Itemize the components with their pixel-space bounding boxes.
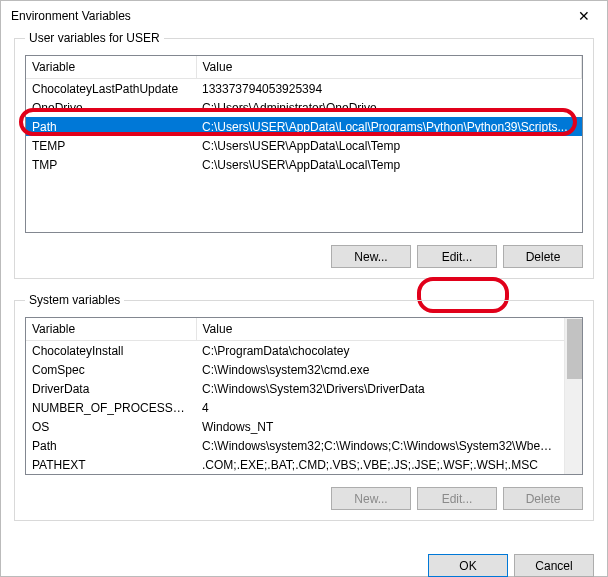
user-variables-table[interactable]: Variable Value ChocolateyLastPathUpdate … [25, 55, 583, 233]
table-row[interactable]: PATHEXT .COM;.EXE;.BAT;.CMD;.VBS;.VBE;.J… [26, 455, 565, 474]
table-row[interactable]: TEMP C:\Users\USER\AppData\Local\Temp [26, 136, 582, 155]
ok-button[interactable]: OK [428, 554, 508, 577]
table-row[interactable]: Path C:\Users\USER\AppData\Local\Program… [26, 117, 582, 136]
scrollbar[interactable] [564, 318, 582, 474]
column-header-variable[interactable]: Variable [26, 318, 196, 341]
table-row[interactable]: OneDrive C:\Users\Administrator\OneDrive [26, 98, 582, 117]
system-edit-button[interactable]: Edit... [417, 487, 497, 510]
system-delete-button[interactable]: Delete [503, 487, 583, 510]
environment-variables-dialog: Environment Variables ✕ User variables f… [0, 0, 608, 577]
table-row[interactable]: ComSpec C:\Windows\system32\cmd.exe [26, 360, 565, 379]
scrollbar-thumb[interactable] [567, 319, 582, 379]
titlebar: Environment Variables ✕ [1, 1, 607, 31]
cancel-button[interactable]: Cancel [514, 554, 594, 577]
dialog-title: Environment Variables [11, 9, 131, 23]
column-header-variable[interactable]: Variable [26, 56, 196, 79]
table-row[interactable]: Path C:\Windows\system32;C:\Windows;C:\W… [26, 436, 565, 455]
table-row[interactable]: DriverData C:\Windows\System32\Drivers\D… [26, 379, 565, 398]
close-button[interactable]: ✕ [561, 1, 607, 31]
table-row[interactable]: ChocolateyInstall C:\ProgramData\chocola… [26, 341, 565, 361]
user-edit-button[interactable]: Edit... [417, 245, 497, 268]
user-variables-group: User variables for USER Variable Value C… [14, 31, 594, 279]
system-new-button[interactable]: New... [331, 487, 411, 510]
table-row[interactable]: TMP C:\Users\USER\AppData\Local\Temp [26, 155, 582, 174]
user-variables-legend: User variables for USER [25, 31, 164, 45]
close-icon: ✕ [578, 8, 590, 24]
system-variables-table[interactable]: Variable Value ChocolateyInstall C:\Prog… [25, 317, 583, 475]
system-variables-legend: System variables [25, 293, 124, 307]
system-variables-group: System variables Variable Value [14, 293, 594, 521]
table-row[interactable]: ChocolateyLastPathUpdate 133373794053925… [26, 79, 582, 99]
user-new-button[interactable]: New... [331, 245, 411, 268]
column-header-value[interactable]: Value [196, 318, 565, 341]
column-header-value[interactable]: Value [196, 56, 582, 79]
table-row[interactable]: NUMBER_OF_PROCESSORS 4 [26, 398, 565, 417]
table-row[interactable]: OS Windows_NT [26, 417, 565, 436]
user-delete-button[interactable]: Delete [503, 245, 583, 268]
